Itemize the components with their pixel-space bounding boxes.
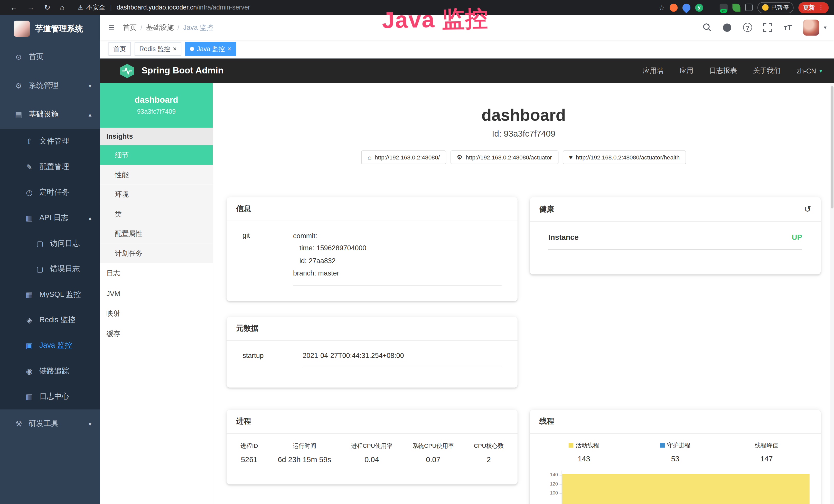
sba-link-applications[interactable]: 应用	[680, 66, 694, 75]
sidebar-item-scheduled-jobs[interactable]: ◷ 定时任务	[0, 180, 100, 205]
sba-link-about[interactable]: 关于我们	[753, 66, 781, 75]
scrollbar[interactable]	[830, 83, 834, 504]
sidebar-item-api-logs[interactable]: ▥ API 日志 ▴	[0, 205, 100, 231]
kebab-menu-icon[interactable]: ⋮	[818, 4, 824, 11]
sba-item-environment[interactable]: 环境	[100, 185, 213, 204]
card-metadata: 元数据 startup 2021-04-27T00:44:31.254+08:0…	[226, 317, 518, 387]
tab-redis-monitor[interactable]: Redis 监控 ×	[135, 42, 181, 56]
breadcrumb-infrastructure[interactable]: 基础设施	[146, 23, 174, 32]
card-title: 进程	[236, 417, 251, 427]
card-info-header: 信息	[226, 197, 518, 221]
card-threads-body: 活动线程 143 守护进程 53 线程峰值 14	[530, 434, 821, 504]
stat-value: 6d 23h 15m 59s	[278, 455, 331, 464]
card-threads-header: 线程	[530, 410, 821, 434]
language-label: zh-CN	[796, 67, 816, 75]
sidebar-item-label: Redis 监控	[39, 315, 75, 325]
sidebar-item-redis-monitor[interactable]: ◈ Redis 监控	[0, 307, 100, 333]
sidebar-item-label: 配置管理	[39, 162, 69, 172]
sidebar-item-error-logs[interactable]: ▢ 错误日志	[0, 256, 100, 282]
sidebar-item-mysql-monitor[interactable]: ▦ MySQL 监控	[0, 282, 100, 307]
link-service-url[interactable]: ⌂ http://192.168.0.2:48080/	[361, 151, 446, 164]
chart-area-series	[562, 474, 810, 504]
sba-item-mappings[interactable]: 映射	[100, 303, 213, 324]
stat-value: 2	[474, 455, 504, 464]
extensions-puzzle-icon[interactable]	[745, 4, 752, 11]
app-logo-row[interactable]: 芋道管理系统	[0, 15, 100, 43]
reload-icon[interactable]: ↻	[44, 3, 50, 12]
link-actuator-url[interactable]: ⚙ http://192.168.0.2:48080/actuator	[450, 151, 558, 164]
card-threads: 线程 活动线程 143 守护进程	[530, 410, 821, 504]
extension-icon-green[interactable]: y	[695, 3, 703, 11]
sidebar-item-system-mgmt[interactable]: ⚙ 系统管理 ▾	[0, 71, 100, 100]
health-row[interactable]: Instance UP	[548, 225, 802, 250]
sba-item-metrics[interactable]: 性能	[100, 165, 213, 185]
legend-blue-swatch	[660, 443, 665, 448]
profile-paused-badge[interactable]: 已暂停	[758, 2, 794, 13]
extension-icon-drop[interactable]	[681, 2, 692, 13]
extension-icon-orange[interactable]	[670, 3, 678, 11]
help-icon[interactable]: ?	[743, 22, 752, 32]
sba-item-caches[interactable]: 缓存	[100, 324, 213, 344]
tools-icon: ⚒	[14, 419, 23, 428]
breadcrumb-home[interactable]: 首页	[123, 23, 137, 32]
sba-link-journal[interactable]: 日志报表	[709, 66, 737, 75]
card-title: 健康	[540, 204, 554, 214]
tab-home[interactable]: 首页	[108, 42, 131, 56]
sba-section-insights: Insights	[100, 128, 213, 145]
chevron-down-icon[interactable]: ▾	[824, 24, 827, 30]
sidebar-item-log-center[interactable]: ▥ 日志中心	[0, 384, 100, 409]
sba-item-config-props[interactable]: 配置属性	[100, 224, 213, 244]
chrome-update-button[interactable]: 更新 ⋮	[798, 2, 829, 13]
sidebar-item-infrastructure[interactable]: ▤ 基础设施 ▴	[0, 100, 100, 129]
sba-brand[interactable]: Spring Boot Admin	[119, 63, 223, 78]
close-icon[interactable]: ×	[227, 45, 232, 53]
sidebar-item-home[interactable]: ⊙ 首页	[0, 43, 100, 71]
history-icon[interactable]: ↺	[804, 204, 811, 214]
sba-item-scheduled-tasks[interactable]: 计划任务	[100, 244, 213, 263]
sba-item-logs[interactable]: 日志	[100, 263, 213, 283]
hamburger-icon[interactable]: ≡	[100, 22, 123, 33]
sba-link-wallboard[interactable]: 应用墙	[643, 66, 664, 75]
git-commit-line: commit:	[293, 230, 502, 242]
sidebar-item-label: 文件管理	[39, 137, 69, 146]
close-icon[interactable]: ×	[173, 45, 177, 53]
github-icon[interactable]	[722, 22, 732, 32]
sidebar-item-access-logs[interactable]: ▢ 访问日志	[0, 231, 100, 256]
extension-icon-leaf[interactable]	[732, 3, 740, 11]
sidebar-item-file-mgmt[interactable]: ⇧ 文件管理	[0, 129, 100, 154]
sidebar-item-dev-tools[interactable]: ⚒ 研发工具 ▾	[0, 410, 100, 438]
extension-icon-on-switch[interactable]: on	[720, 3, 728, 11]
stat-label: 运行时间	[278, 442, 331, 450]
search-icon[interactable]	[702, 22, 712, 32]
sba-item-jvm[interactable]: JVM	[100, 283, 213, 304]
fullscreen-icon[interactable]	[763, 22, 773, 32]
sidebar-item-java-monitor[interactable]: ▣ Java 监控	[0, 333, 100, 358]
sidebar-item-config-mgmt[interactable]: ✎ 配置管理	[0, 154, 100, 180]
language-select[interactable]: zh-CN ▾	[796, 67, 822, 75]
forward-icon[interactable]: →	[27, 3, 35, 12]
security-label[interactable]: 不安全	[86, 3, 106, 12]
instance-header[interactable]: dashboard 93a3fc7f7409	[100, 83, 213, 128]
sba-item-details[interactable]: 细节	[100, 145, 213, 165]
home-icon[interactable]: ⌂	[60, 3, 64, 12]
sba-item-classes[interactable]: 类	[100, 204, 213, 224]
tab-java-monitor[interactable]: Java 监控 ×	[185, 42, 236, 56]
instance-links: ⌂ http://192.168.0.2:48080/ ⚙ http://192…	[213, 151, 834, 164]
main-column: ≡ 首页 / 基础设施 / Java 监控 ?	[100, 15, 834, 504]
link-text: http://192.168.0.2:48080/actuator	[466, 154, 552, 161]
scrollbar-thumb[interactable]	[831, 86, 833, 208]
back-icon[interactable]: ←	[10, 3, 18, 12]
extension-icon-grid[interactable]	[708, 4, 715, 11]
font-size-icon[interactable]: тT	[783, 22, 793, 32]
sidebar-item-trace[interactable]: ◉ 链路追踪	[0, 359, 100, 384]
address-bar[interactable]: ⚠ 不安全 | dashboard.yudao.iocoder.cn/infra…	[78, 3, 250, 12]
link-health-url[interactable]: ♥ http://192.168.0.2:48080/actuator/heal…	[563, 151, 686, 164]
legend-daemon-threads: 守护进程 53	[630, 441, 721, 463]
chevron-up-icon: ▴	[89, 111, 91, 118]
api-log-icon: ▥	[24, 214, 34, 222]
bookmark-star-icon[interactable]: ☆	[659, 3, 665, 11]
url-text[interactable]: dashboard.yudao.iocoder.cn/infra/admin-s…	[117, 4, 250, 11]
avatar[interactable]	[803, 20, 819, 36]
chevron-up-icon: ▴	[89, 215, 91, 222]
y-tick: 140	[539, 471, 562, 480]
